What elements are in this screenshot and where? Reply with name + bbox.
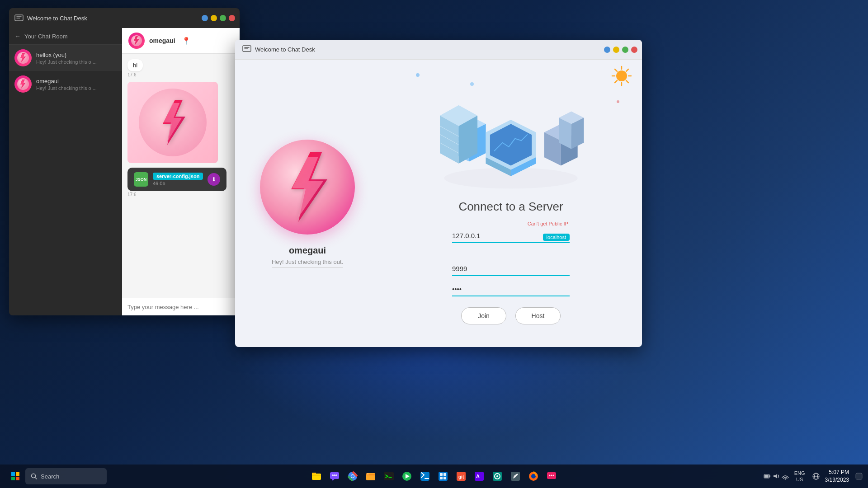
connect-to-server-title: Connect to a Server (458, 200, 563, 214)
connect-buttons: Join Host (452, 307, 570, 324)
ip-field-row: Can't get Public IP! localhost (452, 223, 570, 243)
message-timestamp: 17:6 (127, 72, 136, 77)
taskbar-app-misc1[interactable]: A (471, 468, 487, 484)
taskbar: Search (0, 465, 868, 488)
list-item[interactable]: hellox (you) Hey! Just checking this o .… (9, 45, 122, 71)
connect-user-panel: omegaui Hey! Just checking this out. (235, 60, 380, 347)
chat-info: omegaui Hey! Just checking this o ... (36, 78, 117, 91)
window-controls-front (604, 47, 637, 53)
sidebar-room-label: Your Chat Room (24, 33, 68, 40)
connect-titlebar: Welcome to Chat Desk (235, 40, 642, 60)
file-type-icon: JSON (134, 172, 148, 187)
svg-rect-74 (440, 477, 443, 479)
chat-input[interactable] (127, 304, 234, 310)
chat-preview: Hey! Just checking this o ... (36, 85, 117, 91)
connect-window: Welcome to Chat Desk (235, 40, 642, 347)
taskbar-clock: 5:07 PM 3/19/2023 (825, 469, 849, 484)
wc-blue-front[interactable] (604, 47, 610, 53)
wc-blue-back[interactable] (202, 15, 208, 21)
taskbar-app-chat[interactable] (326, 468, 343, 484)
file-download-button[interactable]: ⬇ (208, 173, 220, 186)
chat-input-area (122, 298, 240, 315)
chat-header-avatar (128, 33, 145, 49)
chat-info: hellox (you) Hey! Just checking this o .… (36, 52, 117, 65)
port-field-row (452, 262, 570, 276)
svg-rect-50 (16, 477, 19, 480)
file-bubble: JSON server-config.json 46.0b ⬇ (127, 168, 226, 191)
svg-rect-48 (16, 472, 19, 476)
svg-rect-54 (312, 473, 316, 474)
dot-decoration (617, 100, 619, 103)
svg-rect-53 (312, 474, 321, 480)
taskbar-app-misc2[interactable] (489, 468, 505, 484)
wc-green-front[interactable] (622, 47, 628, 53)
chat-sidebar: ← Your Chat Room (9, 28, 122, 315)
svg-line-52 (35, 478, 37, 479)
join-button[interactable]: Join (461, 307, 506, 324)
svg-rect-49 (11, 477, 15, 480)
message-image (127, 82, 234, 163)
port-input[interactable] (452, 262, 570, 276)
notification-icon[interactable] (855, 473, 863, 480)
lang-code: ENG (794, 470, 805, 476)
taskbar-app-store[interactable] (435, 468, 451, 484)
image-bubble (127, 82, 218, 163)
user-name-label: omegaui (289, 245, 326, 256)
taskbar-app-vscode[interactable] (417, 468, 433, 484)
taskbar-system-tray: ENG US 5:07 PM 3/19/2023 (764, 469, 863, 484)
chat-messages: hi 17:6 (122, 54, 240, 298)
svg-rect-47 (11, 472, 15, 476)
avatar (14, 49, 32, 66)
taskbar-app-firefox[interactable] (525, 468, 542, 484)
taskbar-app-edit[interactable] (507, 468, 524, 484)
connect-title-label: Welcome to Chat Desk (255, 46, 315, 53)
taskbar-app-files[interactable] (308, 468, 325, 484)
password-input[interactable] (452, 282, 570, 296)
chat-panel-header: omegaui 📍 (122, 28, 240, 54)
wc-yellow-back[interactable] (211, 15, 217, 21)
system-icons (764, 473, 789, 480)
chat-list: hellox (you) Hey! Just checking this o .… (9, 45, 122, 315)
big-avatar (260, 140, 355, 235)
back-arrow-icon[interactable]: ← (14, 33, 21, 40)
chat-contact-name: omegaui (149, 37, 175, 44)
svg-rect-98 (856, 473, 862, 479)
svg-rect-71 (439, 472, 448, 481)
taskbar-app-terminal[interactable] (381, 468, 397, 484)
svg-rect-75 (443, 477, 446, 479)
window-controls-back (202, 15, 235, 21)
chat-titlebar-back: Welcome to Chat Desk (9, 8, 240, 28)
svg-point-63 (367, 474, 368, 474)
chat-main: omegaui 📍 hi 17:6 (122, 28, 240, 315)
taskbar-app-chrome[interactable] (344, 468, 361, 484)
clock-time: 5:07 PM (825, 469, 849, 476)
connect-body: omegaui Hey! Just checking this out. (235, 60, 642, 347)
localhost-badge: localhost (543, 234, 570, 241)
svg-point-61 (351, 475, 354, 478)
chat-icon-front (242, 44, 251, 55)
region-code: US (794, 476, 805, 483)
ip-hint-text: Can't get Public IP! (528, 221, 570, 226)
svg-point-89 (553, 475, 554, 476)
search-box[interactable]: Search (25, 468, 107, 484)
taskbar-app-explorer[interactable] (363, 468, 379, 484)
file-timestamp: 17:6 (127, 192, 136, 197)
svg-point-82 (496, 475, 498, 477)
wc-green-back[interactable] (220, 15, 226, 21)
file-details: server-config.json 46.0b (153, 173, 203, 186)
chat-icon-back (14, 14, 24, 23)
wc-yellow-front[interactable] (613, 47, 619, 53)
windows-button[interactable] (5, 466, 25, 486)
taskbar-app-media[interactable] (399, 468, 415, 484)
wc-red-back[interactable] (229, 15, 235, 21)
search-label: Search (41, 473, 59, 480)
message-bubble-hi: hi 17:6 (127, 59, 234, 77)
svg-point-85 (531, 474, 536, 479)
wc-red-front[interactable] (631, 47, 637, 53)
message-file: JSON server-config.json 46.0b ⬇ 17:6 (127, 168, 234, 197)
taskbar-app-git[interactable]: git (453, 468, 469, 484)
taskbar-app-chat2[interactable] (543, 468, 560, 484)
list-item[interactable]: omegaui Hey! Just checking this o ... (9, 71, 122, 97)
host-button[interactable]: Host (515, 307, 561, 324)
search-icon (31, 473, 37, 479)
